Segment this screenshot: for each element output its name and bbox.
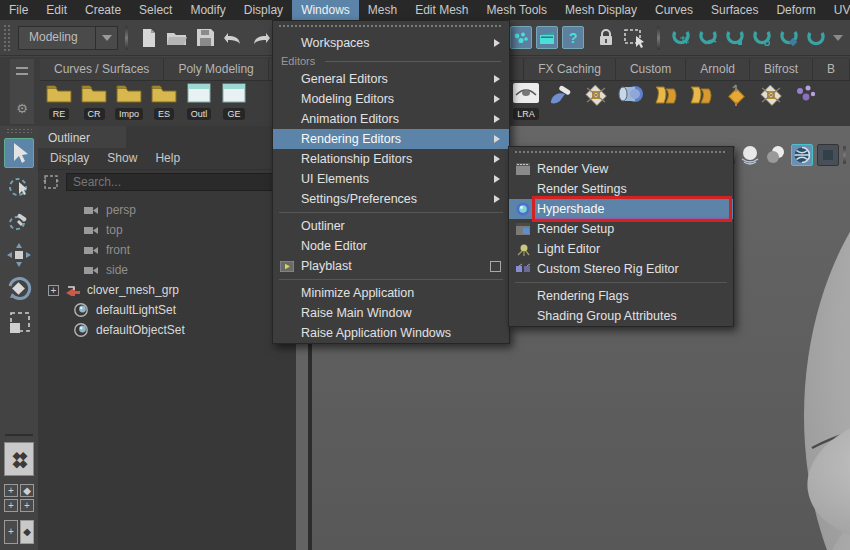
hypergraph-button[interactable] (510, 26, 532, 49)
outliner-item-defaultlightset[interactable]: defaultLightSet (38, 300, 280, 320)
outliner-menu-help[interactable]: Help (155, 151, 180, 165)
outliner-search-input[interactable] (66, 173, 274, 191)
two-pane-layout-button[interactable]: + ◆ (4, 520, 34, 544)
menubar-item-surfaces[interactable]: Surfaces (702, 0, 767, 20)
lock-button[interactable] (594, 26, 617, 50)
outliner-menu-display[interactable]: Display (50, 151, 89, 165)
windows-menu-item-node-editor[interactable]: Node Editor (273, 236, 509, 256)
windows-menu-item-settings-preferences[interactable]: Settings/Preferences (273, 189, 509, 209)
shelf-item-es[interactable]: ES (147, 83, 181, 120)
redo-button[interactable] (249, 26, 273, 50)
menubar-item-uv[interactable]: UV (825, 0, 850, 20)
snap-point-button[interactable] (723, 26, 746, 50)
rendering-submenu-item-custom-stereo-rig-editor[interactable]: Custom Stereo Rig Editor (509, 259, 733, 279)
windows-menu-item-minimize-application[interactable]: Minimize Application (273, 283, 509, 303)
rendering-submenu-item-render-setup[interactable]: Render Setup (509, 219, 733, 239)
save-scene-button[interactable] (193, 26, 217, 50)
single-pane-layout-button[interactable]: ◆◆◆◆ (4, 442, 34, 476)
menubar-item-edit-mesh[interactable]: Edit Mesh (406, 0, 477, 20)
smooth-shade-button[interactable] (765, 144, 787, 166)
snap-view-plane-button[interactable] (777, 26, 800, 50)
shelf-tab-custom[interactable]: Custom (616, 59, 686, 80)
rendering-submenu-item-light-editor[interactable]: Light Editor (509, 239, 733, 259)
expand-toggle[interactable]: + (48, 285, 59, 296)
rendering-submenu-tearoff[interactable] (515, 149, 727, 156)
snap-projected-center-button[interactable] (750, 26, 773, 50)
shelf-item-ge[interactable]: GE (217, 83, 251, 120)
four-pane-layout-button[interactable]: + ◆ + + (4, 484, 34, 512)
snap-grid-button[interactable] (669, 26, 692, 50)
rendering-submenu-item-render-settings[interactable]: Render Settings (509, 179, 733, 199)
menubar-item-mesh[interactable]: Mesh (359, 0, 406, 20)
outliner-item-side[interactable]: side (38, 260, 280, 280)
windows-menu-item-animation-editors[interactable]: Animation Editors (273, 109, 509, 129)
shelf-tab-curves-surfaces[interactable]: Curves / Surfaces (40, 59, 164, 80)
menubar-item-edit[interactable]: Edit (37, 0, 76, 20)
menubar-item-file[interactable]: File (0, 0, 37, 20)
snap-options-dropdown[interactable] (831, 26, 844, 50)
windows-menu-item-modeling-editors[interactable]: Modeling Editors (273, 89, 509, 109)
workspace-selector-label[interactable]: Modeling (18, 26, 96, 50)
menubar-item-mesh-display[interactable]: Mesh Display (556, 0, 646, 20)
rendering-submenu-item-rendering-flags[interactable]: Rendering Flags (509, 286, 733, 306)
menubar-item-select[interactable]: Select (130, 0, 181, 20)
windows-menu-item-playblast[interactable]: Playblast (273, 256, 509, 276)
shelf-item-poly-box-icon[interactable] (579, 83, 613, 111)
marquee-select-button[interactable] (622, 26, 649, 50)
outliner-item-top[interactable]: top (38, 220, 280, 240)
windows-menu-item-relationship-editors[interactable]: Relationship Editors (273, 149, 509, 169)
windows-menu-item-rendering-editors[interactable]: Rendering Editors (273, 129, 509, 149)
filter-icon[interactable] (42, 173, 62, 191)
windows-menu-item-raise-application-windows[interactable]: Raise Application Windows (273, 323, 509, 343)
windows-menu-item-outliner[interactable]: Outliner (273, 216, 509, 236)
shelf-menu-icon[interactable] (16, 67, 28, 75)
rendering-submenu-item-hypershade[interactable]: Hypershade (509, 199, 733, 219)
menubar-item-mesh-tools[interactable]: Mesh Tools (478, 0, 556, 20)
menubar-item-modify[interactable]: Modify (181, 0, 234, 20)
outliner-item-defaultobjectset[interactable]: defaultObjectSet (38, 320, 280, 340)
shelf-item-impo[interactable]: Impo (112, 83, 146, 120)
toolbox-drag-handle[interactable] (6, 128, 32, 134)
select-tool[interactable] (4, 138, 34, 168)
outliner-menu-show[interactable]: Show (107, 151, 137, 165)
use-all-lights-button[interactable] (817, 144, 839, 166)
windows-menu-item-general-editors[interactable]: General Editors (273, 69, 509, 89)
playblast-button[interactable] (536, 26, 558, 49)
rotate-tool[interactable] (4, 274, 34, 304)
windows-menu-tearoff[interactable] (279, 23, 503, 30)
shelf-tab-poly-modeling[interactable]: Poly Modeling (164, 59, 268, 80)
outliner-item-clover-mesh-grp[interactable]: +clover_mesh_grp (38, 280, 280, 300)
menubar-item-display[interactable]: Display (235, 0, 292, 20)
menubar-item-create[interactable]: Create (76, 0, 130, 20)
open-scene-button[interactable] (165, 26, 189, 50)
scale-tool[interactable] (4, 308, 34, 338)
undo-button[interactable] (221, 26, 245, 50)
shelf-item-pin-diamond-icon[interactable] (719, 83, 753, 111)
rendering-submenu-item-shading-group-attributes[interactable]: Shading Group Attributes (509, 306, 733, 326)
paint-select-tool[interactable] (4, 206, 34, 236)
lasso-tool[interactable] (4, 172, 34, 202)
make-live-button[interactable] (804, 26, 827, 50)
outliner-item-persp[interactable]: persp (38, 200, 280, 220)
shelf-item-cylinder-icon[interactable] (614, 83, 648, 109)
wireframe-on-shaded-button[interactable] (739, 144, 761, 166)
menubar-item-curves[interactable]: Curves (646, 0, 702, 20)
workspace-selector-arrow[interactable] (96, 26, 118, 50)
windows-menu-item-ui-elements[interactable]: UI Elements (273, 169, 509, 189)
rendering-submenu-item-render-view[interactable]: Render View (509, 159, 733, 179)
shelf-tab-fx-caching[interactable]: FX Caching (524, 59, 616, 80)
windows-menu-item-workspaces[interactable]: Workspaces (273, 33, 509, 53)
menubar-item-windows[interactable]: Windows (292, 0, 359, 20)
shelf-item-crease-orange-icon[interactable] (649, 83, 683, 111)
help-button[interactable]: ? (562, 26, 584, 49)
shelf-item-poly-box-icon[interactable] (754, 83, 788, 111)
move-tool[interactable] (4, 240, 34, 270)
drag-handle[interactable] (3, 24, 11, 52)
new-scene-button[interactable] (137, 26, 161, 50)
workspace-selector[interactable]: Modeling (18, 26, 118, 50)
textured-display-button[interactable] (791, 144, 813, 166)
shelf-item-paint-brush-icon[interactable] (544, 83, 578, 111)
outliner-item-front[interactable]: front (38, 240, 280, 260)
option-box[interactable] (490, 261, 501, 272)
shelf-item-outl[interactable]: Outl (182, 83, 216, 120)
